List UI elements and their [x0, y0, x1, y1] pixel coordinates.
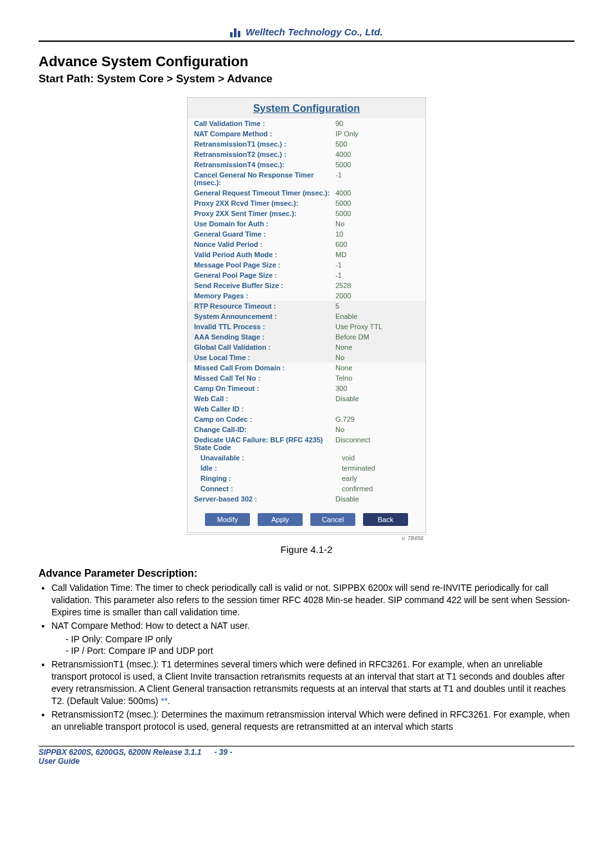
config-label: Call Validation Time : — [194, 120, 335, 127]
section-title: Advance System Configuration — [39, 53, 574, 70]
config-label: Dedicate UAC Failure: BLF (RFC 4235) Sta… — [194, 436, 335, 451]
config-value: 2000 — [335, 292, 419, 300]
config-value: No — [335, 220, 419, 228]
config-row: Global Call Validation :None — [188, 342, 425, 352]
footer-product: SIPPBX 6200S, 6200GS, 6200N Release 3.1.… — [39, 748, 202, 757]
config-row: Use Local Time :No — [188, 352, 425, 363]
page-number: - 39 - — [215, 748, 233, 757]
start-path: Start Path: System Core > System > Advan… — [39, 73, 574, 86]
config-label: RTP Resource Timeout : — [194, 302, 335, 310]
logo-icon — [230, 26, 242, 37]
config-label: Camp On Timeout : — [194, 384, 335, 392]
config-value: 4000 — [335, 189, 419, 197]
config-value: Before DM — [335, 333, 419, 341]
config-value: -1 — [335, 261, 419, 269]
config-label: System Announcement : — [194, 312, 335, 320]
config-value: G.729 — [335, 415, 419, 423]
version-strip: v. 78456 — [186, 534, 427, 541]
config-value: Disable — [335, 495, 419, 503]
config-row: Message Pool Page Size :-1 — [188, 260, 425, 270]
config-value: 2528 — [335, 282, 419, 289]
list-item: RetransmissionT2 (msec.): Determines the… — [51, 709, 574, 733]
config-label: Invalid TTL Process : — [194, 323, 335, 330]
config-row: Server-based 302 :Disable — [188, 494, 425, 504]
config-row: Unavailable :void — [188, 453, 425, 463]
config-label: Proxy 2XX Rcvd Timer (msec.): — [194, 199, 335, 207]
apply-button[interactable]: Apply — [258, 513, 303, 526]
config-label: General Pool Page Size : — [194, 271, 335, 279]
config-value: early — [342, 475, 419, 482]
config-label: Proxy 2XX Sent Timer (msec.): — [194, 210, 335, 217]
config-row: NAT Compare Method :IP Only — [188, 129, 425, 139]
config-row: RTP Resource Timeout :5 — [188, 301, 425, 311]
config-label: Cancel General No Response Timer (msec.)… — [194, 171, 335, 186]
config-row: Web Call :Disable — [188, 393, 425, 404]
description-list: Call Validation Time: The timer to check… — [39, 582, 574, 733]
config-label: Nonce Valid Period : — [194, 240, 335, 248]
config-value: Disconnect — [335, 436, 419, 451]
cancel-button[interactable]: Cancel — [310, 513, 355, 526]
config-row: Camp on Codec :G.729 — [188, 414, 425, 424]
config-row: Idle :terminated — [188, 463, 425, 473]
list-item: NAT Compare Method: How to detect a NAT … — [51, 620, 574, 658]
config-value: 4000 — [335, 150, 419, 158]
config-row: Dedicate UAC Failure: BLF (RFC 4235) Sta… — [188, 435, 425, 453]
config-row: Missed Call Tel No :Telno — [188, 373, 425, 383]
list-item: Call Validation Time: The timer to check… — [51, 582, 574, 619]
config-label: RetransmissionT4 (msec.): — [194, 161, 335, 168]
config-label: Web Caller ID : — [194, 405, 335, 413]
config-row: General Pool Page Size :-1 — [188, 270, 425, 280]
config-value: 5000 — [335, 210, 419, 217]
config-label: Memory Pages : — [194, 292, 335, 300]
config-value: 500 — [335, 140, 419, 148]
config-row: Connect :confirmed — [188, 484, 425, 494]
config-row: Proxy 2XX Rcvd Timer (msec.):5000 — [188, 198, 425, 208]
config-row: Nonce Valid Period :600 — [188, 239, 425, 249]
config-label: AAA Sending Stage : — [194, 333, 335, 341]
config-label: General Guard Time : — [194, 230, 335, 238]
config-label: General Request Timeout Timer (msec.): — [194, 189, 335, 197]
config-label: Camp on Codec : — [194, 415, 335, 423]
config-label: RetransmissionT2 (msec.) : — [194, 150, 335, 158]
double-star: ** — [161, 696, 168, 706]
system-config-panel: System Configuration Call Validation Tim… — [187, 97, 426, 533]
config-value: Use Proxy TTL — [335, 323, 419, 330]
config-row: Memory Pages :2000 — [188, 291, 425, 301]
config-label: Missed Call Tel No : — [194, 374, 335, 382]
config-row: Proxy 2XX Sent Timer (msec.):5000 — [188, 208, 425, 219]
config-value: 5000 — [335, 161, 419, 168]
config-label: Message Pool Page Size : — [194, 261, 335, 269]
config-value: -1 — [335, 271, 419, 279]
config-value: No — [335, 354, 419, 361]
config-row: Cancel General No Response Timer (msec.)… — [188, 170, 425, 188]
modify-button[interactable]: Modify — [205, 513, 250, 526]
back-button[interactable]: Back — [363, 513, 408, 526]
config-label: Server-based 302 : — [194, 495, 335, 503]
config-row: RetransmissionT4 (msec.):5000 — [188, 159, 425, 170]
config-row: Use Domain for Auth :No — [188, 219, 425, 229]
config-row: General Request Timeout Timer (msec.):40… — [188, 188, 425, 198]
config-row: Invalid TTL Process :Use Proxy TTL — [188, 321, 425, 332]
page-header: Welltech Technology Co., Ltd. — [39, 26, 574, 42]
config-value: confirmed — [342, 485, 419, 493]
config-label: Valid Period Auth Mode : — [194, 251, 335, 258]
config-row: Missed Call From Domain :None — [188, 363, 425, 373]
config-value: void — [342, 454, 419, 462]
footer-userguide: User Guide — [39, 757, 202, 766]
page-footer: SIPPBX 6200S, 6200GS, 6200N Release 3.1.… — [39, 746, 574, 766]
list-item: RetransmissionT1 (msec.): T1 determines … — [51, 658, 574, 707]
config-value: terminated — [342, 464, 419, 472]
config-value: Telno — [335, 374, 419, 382]
config-row: Ringing :early — [188, 473, 425, 484]
config-label: Use Domain for Auth : — [194, 220, 335, 228]
config-row: General Guard Time :10 — [188, 229, 425, 239]
config-value: 300 — [335, 384, 419, 392]
list-item: IP Only: Compare IP only — [66, 633, 574, 646]
config-value: IP Only — [335, 130, 419, 138]
config-label: Global Call Validation : — [194, 343, 335, 351]
config-value: -1 — [335, 171, 419, 186]
config-value: 5000 — [335, 199, 419, 207]
description-title: Advance Parameter Description: — [39, 568, 574, 579]
config-label: NAT Compare Method : — [194, 130, 335, 138]
config-value: 5 — [335, 302, 419, 310]
